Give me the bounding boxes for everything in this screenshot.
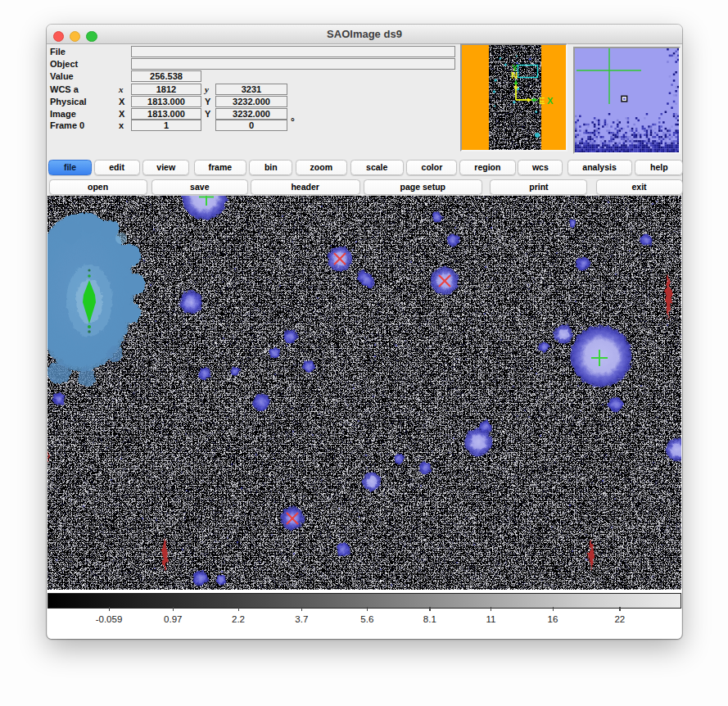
svg-text:X: X (547, 96, 554, 106)
svg-text:N: N (511, 70, 518, 80)
svg-text:E: E (539, 96, 545, 106)
